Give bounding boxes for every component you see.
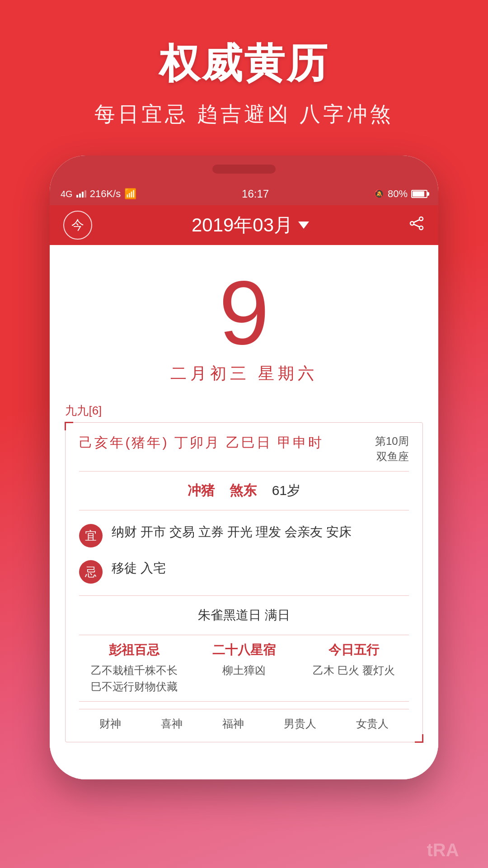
yi-badge: 宜 xyxy=(79,524,103,547)
app-subtitle: 每日宜忌 趋吉避凶 八字冲煞 xyxy=(18,100,470,128)
app-nav: 今 2019年03月 xyxy=(50,205,438,245)
zodiac-label: 双鱼座 xyxy=(375,449,409,464)
col-wuxing: 今日五行 乙木 巳火 覆灯火 xyxy=(299,642,409,695)
svg-point-0 xyxy=(419,217,423,221)
bottom-item-nanguiren: 男贵人 xyxy=(284,717,316,731)
col-pengzu-line2: 巳不远行财物伏藏 xyxy=(79,679,189,695)
signal-icon: 4G xyxy=(61,189,73,199)
watermark-text: tRA xyxy=(427,840,459,860)
bottom-item-xishen: 喜神 xyxy=(161,717,183,731)
date-display: 9 二月初三 星期六 xyxy=(50,245,438,394)
phone-mockup: 4G 216K/s 📶 16:17 🔕 80% 今 2019年03月 xyxy=(50,156,438,779)
col-xingxiu-content: 柳土獐凶 xyxy=(189,662,299,679)
date-lunar: 二月初三 星期六 xyxy=(50,363,438,385)
bottom-item-caishen: 财神 xyxy=(99,717,121,731)
svg-line-3 xyxy=(414,220,420,222)
phone-content: 9 二月初三 星期六 九九[6] 己亥年(猪年) 丁卯月 乙巳日 甲申时 第10… xyxy=(50,245,438,779)
battery-label: 80% xyxy=(388,188,408,200)
svg-line-4 xyxy=(414,224,420,227)
phone-top xyxy=(50,156,438,183)
three-cols: 彭祖百忌 乙不栽植千株不长 巳不远行财物伏藏 二十八星宿 柳土獐凶 今日五行 乙… xyxy=(79,642,408,695)
yi-content: 纳财 开市 交易 立券 开光 理发 会亲友 安床 xyxy=(112,522,408,542)
divider-4 xyxy=(79,635,408,635)
battery-icon xyxy=(411,190,427,198)
week-label: 第10周 xyxy=(375,434,409,449)
alarm-icon: 🔕 xyxy=(374,189,384,199)
col-pengzu: 彭祖百忌 乙不栽植千株不长 巳不远行财物伏藏 xyxy=(79,642,189,695)
info-card: 己亥年(猪年) 丁卯月 乙巳日 甲申时 第10周 双鱼座 冲猪 煞东 61岁 xyxy=(65,422,422,742)
yi-row: 宜 纳财 开市 交易 立券 开光 理发 会亲友 安床 xyxy=(79,517,408,553)
col-pengzu-line1: 乙不栽植千株不长 xyxy=(79,662,189,679)
chong-label2: 煞东 xyxy=(230,483,257,498)
ji-content: 移徒 入宅 xyxy=(112,558,408,579)
wifi-icon: 📶 xyxy=(124,188,136,200)
col-xingxiu-title: 二十八星宿 xyxy=(189,642,299,659)
col-pengzu-title: 彭祖百忌 xyxy=(79,642,189,659)
divider-1 xyxy=(79,471,408,472)
ganzhi-row: 己亥年(猪年) 丁卯月 乙巳日 甲申时 第10周 双鱼座 xyxy=(79,434,408,464)
calendar-info: 九九[6] 己亥年(猪年) 丁卯月 乙巳日 甲申时 第10周 双鱼座 冲猪 xyxy=(65,403,422,742)
speed-label: 216K/s xyxy=(90,188,121,200)
ji-row: 忌 移徒 入宅 xyxy=(79,553,408,589)
chevron-down-icon xyxy=(298,222,309,229)
ganzhi-main: 己亥年(猪年) 丁卯月 乙巳日 甲申时 xyxy=(79,434,324,452)
svg-point-1 xyxy=(410,222,414,225)
chong-row: 冲猪 煞东 61岁 xyxy=(79,478,408,504)
share-button[interactable] xyxy=(408,215,425,236)
app-header: 权威黄历 每日宜忌 趋吉避凶 八字冲煞 xyxy=(0,0,488,146)
bottom-row: 财神 喜神 福神 男贵人 女贵人 xyxy=(79,709,408,731)
col-wuxing-title: 今日五行 xyxy=(299,642,409,659)
jiujiu-label: 九九[6] xyxy=(65,403,422,419)
divider-2 xyxy=(79,510,408,510)
heisha-row: 朱雀黑道日 满日 xyxy=(79,602,408,628)
signal-bars xyxy=(76,190,86,198)
ganzhi-side: 第10周 双鱼座 xyxy=(375,434,409,464)
status-bar: 4G 216K/s 📶 16:17 🔕 80% xyxy=(50,183,438,205)
col-xingxiu: 二十八星宿 柳土獐凶 xyxy=(189,642,299,695)
phone-speaker xyxy=(212,165,276,174)
app-title: 权威黄历 xyxy=(18,36,470,91)
divider-5 xyxy=(79,701,408,702)
bottom-item-nvguiren: 女贵人 xyxy=(356,717,389,731)
date-number: 9 xyxy=(50,268,438,358)
chong-label1: 冲猪 xyxy=(188,483,215,498)
divider-3 xyxy=(79,595,408,596)
status-time: 16:17 xyxy=(242,188,269,200)
month-selector[interactable]: 2019年03月 xyxy=(192,212,309,238)
svg-point-2 xyxy=(419,226,423,230)
watermark: tRA xyxy=(398,832,488,868)
month-title-label: 2019年03月 xyxy=(192,212,293,238)
today-button[interactable]: 今 xyxy=(63,211,92,240)
ji-badge: 忌 xyxy=(79,560,103,584)
chong-age: 61岁 xyxy=(272,483,300,498)
col-wuxing-content: 乙木 巳火 覆灯火 xyxy=(299,662,409,679)
bottom-item-fushen: 福神 xyxy=(222,717,244,731)
